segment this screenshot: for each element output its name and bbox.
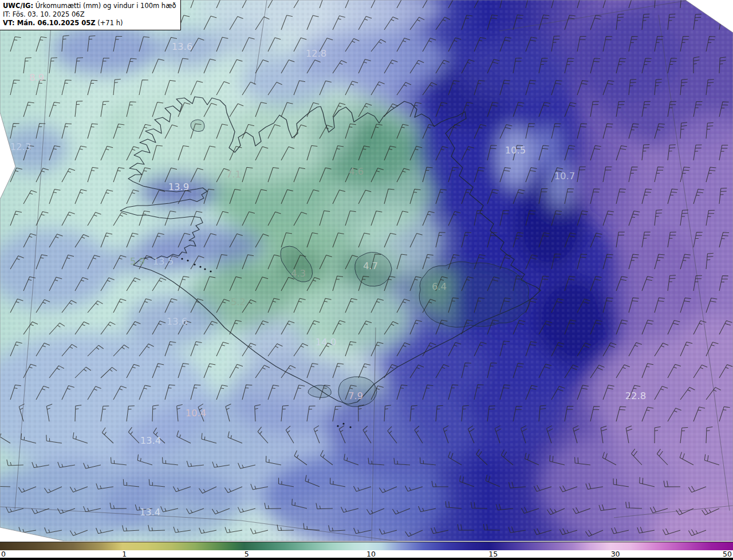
- island-dot: [349, 426, 351, 428]
- colorbar-tick: 30: [611, 550, 620, 558]
- island-dot: [181, 258, 183, 259]
- island-dot: [187, 259, 188, 261]
- glacier-outline: [191, 120, 204, 132]
- map-layers: 13.612.88.912.313.97.14.610.510.75.913.5…: [0, 0, 733, 541]
- colorbar-tick: 5: [245, 550, 249, 558]
- precip-value-label: 4.7: [363, 261, 378, 271]
- precip-value-label: 10.4: [186, 408, 207, 419]
- island-dot: [210, 270, 211, 272]
- title-line-1: UWC/IG: Úrkomumætti (mm) og vindur i 100…: [3, 2, 176, 10]
- precip-value-label: 13.9: [168, 182, 190, 192]
- precip-value-label: 5.9: [130, 256, 145, 267]
- precip-value-label: 13.6: [167, 316, 188, 327]
- colorbar-tick: 10: [366, 550, 376, 558]
- precip-value-label: 12.8: [306, 48, 327, 59]
- precip-value-label: 4.3: [291, 268, 306, 279]
- precip-value-label: 4.6: [349, 166, 364, 177]
- precip-value-label: 22.8: [625, 391, 647, 401]
- valid-time: VT: Mán. 06.10.2025 05Z: [3, 19, 96, 27]
- title-box: UWC/IG: Úrkomumætti (mm) og vindur i 100…: [0, 0, 181, 30]
- product-code: UWC/IG:: [3, 2, 33, 10]
- precip-value-label: 7.1: [226, 169, 241, 180]
- colorbar-tick-labels: 01510153050: [0, 550, 733, 558]
- precip-value-label: 6.4: [432, 281, 447, 292]
- valid-offset: (+71 h): [96, 19, 123, 27]
- weather-map-page: 13.612.88.912.313.97.14.610.510.75.913.5…: [0, 0, 733, 560]
- island-dot: [337, 425, 338, 427]
- colorbar-tick: 1: [122, 550, 127, 558]
- precip-value-label: 12.3: [10, 141, 31, 152]
- island-dot: [199, 266, 201, 267]
- map-title: Úrkomumætti (mm) og vindur i 100m hæð: [33, 2, 176, 10]
- precip-value-label: 10.5: [505, 145, 526, 156]
- init-time: IT: Fös. 03. 10. 2025 06Z: [3, 10, 176, 19]
- precip-value-label: 14.0: [316, 337, 337, 348]
- precip-value-label: 5.2: [231, 297, 246, 307]
- precip-value-label: 13.5: [153, 256, 174, 267]
- precip-value-label: 13.4: [140, 435, 161, 446]
- map-canvas: 13.612.88.912.313.97.14.610.510.75.913.5…: [0, 0, 733, 541]
- precip-value-label: 7.9: [348, 391, 363, 401]
- colorbar: 01510153050: [0, 542, 733, 560]
- colorbar-tick: 15: [488, 550, 498, 558]
- precip-value-label: 8.9: [29, 72, 44, 83]
- colorbar-tick: 50: [723, 550, 732, 558]
- glacier-outline: [419, 262, 529, 328]
- precip-value-label: 10.7: [554, 171, 576, 182]
- colorbar-baseline: [0, 558, 733, 560]
- precip-value-label: 13.6: [172, 41, 193, 52]
- valid-time-line: VT: Mán. 06.10.2025 05Z (+71 h): [3, 19, 176, 27]
- colorbar-tick: 0: [1, 550, 6, 558]
- island-dot: [342, 423, 344, 424]
- island-dot: [204, 268, 206, 270]
- precip-value-label: 13.4: [140, 507, 161, 518]
